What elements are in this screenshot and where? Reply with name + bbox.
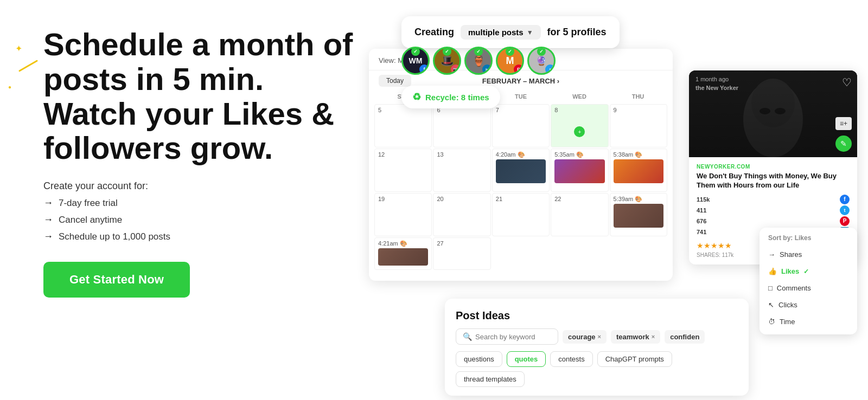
sort-likes[interactable]: 👍 Likes ✓ xyxy=(760,263,857,280)
hero-list-item-1: → 7-day free trial xyxy=(43,197,358,209)
sort-comments-chat-icon: □ xyxy=(768,284,773,292)
post-ideas-search-row: 🔍 courage × teamwork × confiden xyxy=(456,328,738,345)
ny-image-overlay xyxy=(689,70,857,157)
avatar-check-4: ✓ xyxy=(506,47,514,56)
avatar-2: 🎩 ✓ 📷 xyxy=(433,47,461,75)
cal-cell-14: 4:20am 🎨 xyxy=(492,149,550,192)
cal-cell-6: 6 xyxy=(433,104,490,147)
stat-twitter: 411 t xyxy=(697,205,850,215)
post-ideas-card: Post Ideas 🔍 courage × teamwork × confid… xyxy=(445,299,749,396)
cal-cell-5: 5 xyxy=(374,104,432,147)
btn-questions[interactable]: questions xyxy=(456,351,502,367)
avatar-check-5: ✓ xyxy=(537,47,546,56)
sort-shares-arrow-icon: → xyxy=(768,250,775,259)
today-button[interactable]: Today xyxy=(379,75,411,87)
hero-list-item-2: → Cancel anytime xyxy=(43,214,358,225)
pinterest-icon: P xyxy=(840,216,850,226)
cal-cell-15: 5:35am 🎨 xyxy=(551,149,608,192)
avatar-1: WM ✓ f xyxy=(401,47,430,75)
btn-quotes[interactable]: quotes xyxy=(507,351,546,367)
recycle-pill: ♻ Recycle: 8 times xyxy=(401,86,500,108)
calendar-week-2: 12 13 4:20am 🎨 5:35am 🎨 5:38am 🎨 xyxy=(374,149,667,192)
stat-pinterest: 676 P xyxy=(697,216,850,226)
accent-dot-1: ● xyxy=(8,84,11,90)
cal-cell-8: 8 + xyxy=(551,104,608,147)
cal-cell-21: 21 xyxy=(492,193,550,236)
cal-cell-16: 5:38am 🎨 xyxy=(610,149,667,192)
ny-menu-button[interactable]: ≡+ xyxy=(835,117,852,130)
social-badge-li: in xyxy=(482,64,492,74)
social-badge-pi: P xyxy=(514,64,524,74)
twitter-icon: t xyxy=(840,205,850,215)
recycle-icon: ♻ xyxy=(412,91,421,103)
post-ideas-title: Post Ideas xyxy=(456,309,738,322)
sort-time[interactable]: ⏱ Time xyxy=(760,313,857,330)
avatar-3: 🏺 ✓ in xyxy=(464,47,493,75)
sort-dropdown: Sort by: Likes → Shares 👍 Likes ✓ □ Comm… xyxy=(760,228,857,334)
sort-likes-thumb-icon: 👍 xyxy=(768,267,777,275)
tag-teamwork: teamwork × xyxy=(611,330,660,344)
avatar-check-3: ✓ xyxy=(474,47,483,56)
sort-clicks[interactable]: ↖ Clicks xyxy=(760,296,857,313)
calendar-grid: SUN MON TUE WED THU 5 6 7 8 + 9 12 13 xyxy=(369,91,673,270)
arrow-icon-1: → xyxy=(43,197,53,209)
tag-confidence-partial: confiden xyxy=(665,330,705,344)
hero-list: → 7-day free trial → Cancel anytime → Sc… xyxy=(43,197,358,242)
post-ideas-buttons-row: questions quotes contests ChapGPT prompt… xyxy=(456,351,738,387)
cal-cell-27: 27 xyxy=(433,237,490,270)
heart-icon[interactable]: ♡ xyxy=(842,76,852,89)
hero-headline: Schedule a month of posts in 5 min. Watc… xyxy=(43,27,358,165)
sort-header: Sort by: Likes xyxy=(760,232,857,246)
sort-comments[interactable]: □ Comments xyxy=(760,280,857,296)
cal-cell-26: 4:21am 🎨 xyxy=(374,237,432,270)
avatar-4: M ✓ P xyxy=(496,47,524,75)
avatars-row: WM ✓ f 🎩 ✓ 📷 🏺 ✓ in M ✓ P 🔮 ✓ t xyxy=(401,47,556,75)
green-dot-icon: + xyxy=(574,126,585,137)
calendar-month-label: FEBRUARY – MARCH › xyxy=(482,77,559,85)
arrow-icon-2: → xyxy=(43,214,53,225)
calendar-week-1: 5 6 7 8 + 9 xyxy=(374,104,667,147)
calendar-week-4: 4:21am 🎨 27 xyxy=(374,237,667,270)
accent-star-1: ✦ xyxy=(15,43,22,54)
cal-cell-12: 12 xyxy=(374,149,432,192)
sort-shares[interactable]: → Shares xyxy=(760,246,857,263)
accent-line-1 xyxy=(18,60,38,72)
social-badge-fb: f xyxy=(419,64,429,74)
cal-cell-19: 19 xyxy=(374,193,432,236)
search-input[interactable] xyxy=(475,333,551,341)
newyorker-image: 1 month ago the New Yorker ♡ ✎ ≡+ xyxy=(689,70,857,157)
creating-pill: Creating multiple posts ▼ for 5 profiles xyxy=(401,16,620,48)
multiple-posts-dropdown[interactable]: multiple posts ▼ xyxy=(461,25,541,40)
get-started-button[interactable]: Get Started Now xyxy=(43,262,190,298)
cal-cell-20: 20 xyxy=(433,193,490,236)
cal-cell-22: 22 xyxy=(551,193,608,236)
sort-time-clock-icon: ⏱ xyxy=(768,318,775,326)
tag-teamwork-close-icon[interactable]: × xyxy=(652,333,655,340)
avatar-check-1: ✓ xyxy=(411,47,420,56)
calendar-card: View: Month Today FEBRUARY – MARCH › SUN… xyxy=(369,49,673,281)
tag-courage-close-icon[interactable]: × xyxy=(598,333,601,340)
arrow-icon-3: → xyxy=(43,231,53,242)
btn-chatgpt-prompts[interactable]: ChapGPT prompts xyxy=(597,351,672,367)
cal-cell-13: 13 xyxy=(433,149,490,192)
newyorker-source: NEWYORKER.COM xyxy=(697,164,850,170)
ny-green-button[interactable]: ✎ xyxy=(835,136,852,152)
newyorker-title: We Don't Buy Things with Money, We Buy T… xyxy=(697,172,850,190)
chevron-down-icon: ▼ xyxy=(527,29,533,36)
creating-suffix: for 5 profiles xyxy=(547,27,607,38)
avatar-check-2: ✓ xyxy=(443,47,451,56)
btn-thread-templates[interactable]: thread templates xyxy=(456,371,525,387)
cal-cell-9: 9 xyxy=(610,104,667,147)
recycle-label: Recycle: 8 times xyxy=(425,93,489,102)
sort-check-icon: ✓ xyxy=(803,268,809,275)
facebook-icon: f xyxy=(840,195,850,204)
cal-cell-7: 7 xyxy=(492,104,550,147)
cal-cell-23: 5:39am 🎨 xyxy=(610,193,667,236)
btn-contests[interactable]: contests xyxy=(550,351,592,367)
calendar-week-3: 19 20 21 22 5:39am 🎨 xyxy=(374,193,667,236)
avatar-5: 🔮 ✓ t xyxy=(527,47,556,75)
hero-section: Schedule a month of posts in 5 min. Watc… xyxy=(43,27,358,298)
hero-list-item-3: → Schedule up to 1,000 posts xyxy=(43,231,358,242)
creating-label: Creating xyxy=(414,27,454,38)
search-icon: 🔍 xyxy=(463,332,472,341)
